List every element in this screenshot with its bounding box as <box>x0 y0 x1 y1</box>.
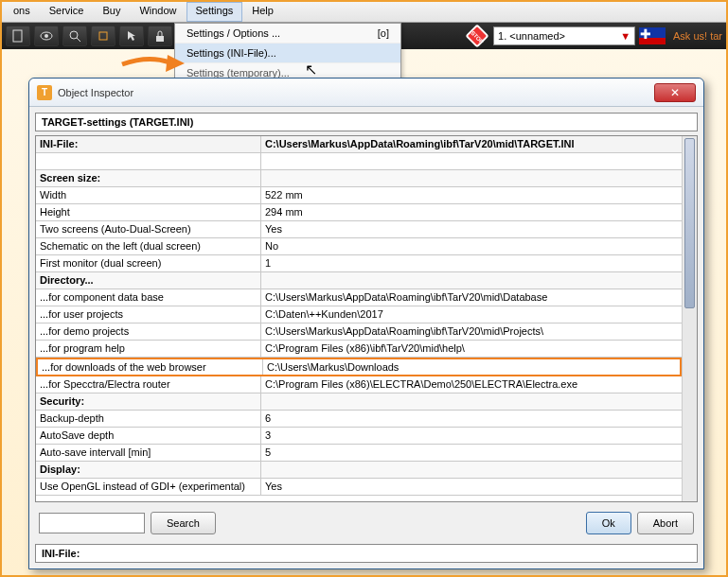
grid-cell-key: ...for user projects <box>36 306 261 323</box>
callout-arrow-icon <box>120 51 186 79</box>
grid-cell-key: Two screens (Auto-Dual-Screen) <box>36 221 261 237</box>
grid-row[interactable]: First monitor (dual screen)1 <box>36 255 682 272</box>
grid-cell-key: ...for demo projects <box>36 323 261 340</box>
mouse-cursor-icon: ↖ <box>305 61 317 79</box>
grid-row[interactable]: ...for downloads of the web browserC:\Us… <box>36 358 682 376</box>
dropdown-settings-ini[interactable]: Settings (INI-File)... <box>175 44 400 63</box>
flag-icon[interactable] <box>639 27 666 44</box>
dialog-icon: T <box>37 85 52 100</box>
grid-row[interactable]: Height294 mm <box>36 204 682 221</box>
grid-row[interactable]: AutoSave depth3 <box>36 428 682 445</box>
grid-cell-value <box>261 393 682 410</box>
svg-rect-0 <box>13 30 22 42</box>
grid-section: Directory... <box>36 272 682 289</box>
grid-row[interactable]: ...for component data baseC:\Users\Marku… <box>36 289 682 306</box>
grid-cell-value[interactable]: C:\Program Files (x86)\ibf\TarV20\mid\he… <box>261 341 682 357</box>
menu-window[interactable]: Window <box>130 2 186 22</box>
grid-row[interactable]: ...for program helpC:\Program Files (x86… <box>36 341 682 358</box>
grid-cell-value[interactable]: 5 <box>261 445 682 461</box>
grid-cell-key: ...for program help <box>36 341 261 357</box>
grid-cell-key: Backup-depth <box>36 411 261 427</box>
toolbar-eye-icon[interactable] <box>34 26 59 46</box>
layer-combo-value: 1. <unnamed> <box>498 30 565 42</box>
grid-cell-key: Screen size: <box>36 170 261 186</box>
settings-dropdown: Settings / Options ... [o] Settings (INI… <box>174 23 401 84</box>
dropdown-settings-options[interactable]: Settings / Options ... [o] <box>175 24 400 44</box>
toolbar-stop-icon[interactable]: STOP <box>465 26 489 46</box>
grid-row[interactable]: Schematic on the left (dual screen)No <box>36 238 682 255</box>
ok-button[interactable]: Ok <box>586 512 631 534</box>
menu-buy[interactable]: Buy <box>93 2 130 22</box>
property-grid: INI-File:C:\Users\Markus\AppData\Roaming… <box>35 135 698 502</box>
grid-cell-value[interactable]: 1 <box>261 255 682 271</box>
dialog-titlebar[interactable]: T Object Inspector ✕ <box>29 79 703 107</box>
search-input[interactable] <box>39 513 145 533</box>
menu-service[interactable]: Service <box>40 2 94 22</box>
grid-header-key: INI-File: <box>36 136 261 152</box>
grid-row[interactable]: Two screens (Auto-Dual-Screen)Yes <box>36 221 682 238</box>
menu-help[interactable]: Help <box>242 2 283 22</box>
close-button[interactable]: ✕ <box>654 83 696 102</box>
grid-cell-value[interactable]: C:\Program Files (x86)\ELECTRA\Demo\250\… <box>261 376 682 393</box>
grid-cell-key: Height <box>36 204 261 220</box>
grid-row[interactable]: Use OpenGL instead of GDI+ (experimental… <box>36 479 682 496</box>
toolbar-pointer-icon[interactable] <box>119 26 144 46</box>
dialog-title: Object Inspector <box>58 87 654 98</box>
svg-line-4 <box>77 38 80 42</box>
svg-point-2 <box>44 34 48 38</box>
grid-row <box>36 153 682 170</box>
toolbar-new-icon[interactable] <box>6 26 30 46</box>
grid-cell-value[interactable]: C:\Daten\++Kunden\2017 <box>261 306 682 323</box>
status-bar: INI-File: <box>35 544 698 563</box>
grid-header-value: C:\Users\Markus\AppData\Roaming\ibf\TarV… <box>261 136 682 152</box>
grid-cell-value[interactable]: No <box>261 238 682 254</box>
layer-combo[interactable]: 1. <unnamed>▼ <box>493 26 635 45</box>
grid-cell-value[interactable]: 6 <box>261 411 682 427</box>
grid-section: Security: <box>36 393 682 411</box>
menubar: ons Service Buy Window Settings Help <box>2 2 726 23</box>
grid-cell-value[interactable]: C:\Users\Markus\AppData\Roaming\ibf\TarV… <box>261 323 682 340</box>
grid-row[interactable]: Auto-save intervall [min]5 <box>36 445 682 462</box>
grid-row[interactable]: ...for demo projectsC:\Users\Markus\AppD… <box>36 323 682 341</box>
grid-cell-key: Display: <box>36 462 261 478</box>
toolbar-lock-icon[interactable] <box>148 26 172 46</box>
grid-row[interactable]: ...for user projectsC:\Daten\++Kunden\20… <box>36 306 682 323</box>
grid-cell-value[interactable]: 522 mm <box>261 187 682 203</box>
grid-cell-value[interactable]: 294 mm <box>261 204 682 220</box>
grid-cell-key: First monitor (dual screen) <box>36 255 261 271</box>
grid-cell-value[interactable]: C:\Users\Markus\AppData\Roaming\ibf\TarV… <box>261 289 682 306</box>
grid-cell-key: Width <box>36 187 261 203</box>
search-button[interactable]: Search <box>151 512 216 534</box>
grid-cell-value <box>261 462 682 478</box>
grid-cell-value <box>261 170 682 186</box>
grid-cell-key: ...for Specctra/Electra router <box>36 376 261 393</box>
grid-row[interactable]: ...for Specctra/Electra routerC:\Program… <box>36 376 682 393</box>
menu-settings[interactable]: Settings <box>186 2 243 22</box>
grid-header: INI-File:C:\Users\Markus\AppData\Roaming… <box>36 136 682 153</box>
grid-cell-value[interactable]: C:\Users\Markus\Downloads <box>263 359 680 375</box>
menu-ons[interactable]: ons <box>4 2 40 22</box>
grid-cell-key <box>36 153 261 169</box>
grid-row[interactable]: Width522 mm <box>36 187 682 204</box>
grid-cell-key: Auto-save intervall [min] <box>36 445 261 461</box>
grid-cell-key: Security: <box>36 393 261 410</box>
toolbar-zoom-icon[interactable] <box>62 26 87 46</box>
grid-cell-key: AutoSave depth <box>36 428 261 444</box>
ask-us-link[interactable]: Ask us! tar <box>673 30 722 42</box>
grid-cell-key: ...for component data base <box>36 289 261 306</box>
grid-row[interactable]: Backup-depth6 <box>36 411 682 428</box>
grid-section: Screen size: <box>36 170 682 187</box>
abort-button[interactable]: Abort <box>637 512 694 534</box>
grid-cell-value[interactable]: 3 <box>261 428 682 444</box>
grid-cell-key: Directory... <box>36 272 261 288</box>
svg-rect-6 <box>156 36 164 42</box>
scrollbar[interactable] <box>682 136 697 501</box>
grid-cell-key: Schematic on the left (dual screen) <box>36 238 261 254</box>
grid-cell-value[interactable]: Yes <box>261 221 682 237</box>
grid-cell-key: ...for downloads of the web browser <box>38 359 263 375</box>
toolbar-fit-icon[interactable] <box>91 26 115 46</box>
grid-cell-value[interactable]: Yes <box>261 479 682 495</box>
scrollbar-thumb[interactable] <box>684 138 695 308</box>
svg-point-3 <box>70 31 78 39</box>
svg-rect-5 <box>99 32 107 40</box>
